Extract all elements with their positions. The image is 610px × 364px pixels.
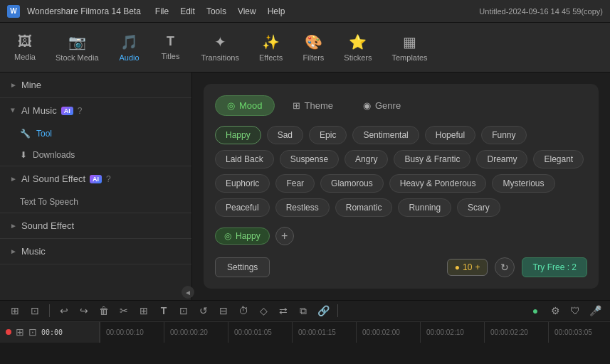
toolbar-audio[interactable]: 🎵 Audio bbox=[110, 29, 149, 66]
sidebar-item-downloads[interactable]: ⬇ Downloads bbox=[0, 144, 191, 166]
mood-tag-dreamy[interactable]: Dreamy bbox=[476, 150, 527, 168]
app-logo: W bbox=[7, 5, 20, 18]
menu-view[interactable]: View bbox=[238, 6, 256, 16]
toolbar-stickers[interactable]: ⭐ Stickers bbox=[335, 29, 380, 66]
sidebar-item-text-to-speech[interactable]: Text To Speech bbox=[0, 191, 191, 213]
bt-redo-icon[interactable]: ↪ bbox=[76, 303, 92, 318]
bt-mic-icon[interactable]: 🎤 bbox=[587, 303, 603, 318]
chevron-sound-effect-icon: ► bbox=[10, 222, 17, 230]
sidebar-item-tool[interactable]: 🔧 Tool bbox=[0, 123, 191, 144]
mood-tag-running[interactable]: Running bbox=[398, 198, 451, 217]
timeline-mark: 00:00:02:00 bbox=[356, 322, 420, 343]
bt-divider-1 bbox=[49, 304, 50, 317]
mood-tag-restless[interactable]: Restless bbox=[275, 198, 330, 217]
bt-delete-icon[interactable]: 🗑 bbox=[96, 303, 112, 318]
selected-tag-label: Happy bbox=[236, 231, 261, 241]
mood-tag-scary[interactable]: Scary bbox=[457, 198, 500, 217]
mood-tag-sentimental[interactable]: Sentimental bbox=[352, 126, 419, 144]
tab-mood[interactable]: ◎ Mood bbox=[215, 95, 275, 116]
sidebar-header-music[interactable]: ► Music bbox=[0, 239, 191, 264]
selected-tag-happy[interactable]: ◎ Happy bbox=[215, 228, 270, 245]
menu-file[interactable]: File bbox=[155, 6, 169, 16]
bt-copy-icon[interactable]: ⧉ bbox=[295, 303, 311, 318]
sidebar-header-ai-sound-effect[interactable]: ► AI Sound Effect AI ? bbox=[0, 166, 191, 191]
help-icon[interactable]: ? bbox=[78, 106, 83, 116]
bt-crop-icon[interactable]: ⊞ bbox=[136, 303, 152, 318]
toolbar-transitions[interactable]: ✦ Transitions bbox=[193, 29, 248, 66]
mood-tag-happy[interactable]: Happy bbox=[215, 126, 261, 144]
bt-shield-icon[interactable]: 🛡 bbox=[567, 303, 583, 318]
downloads-icon: ⬇ bbox=[20, 150, 27, 160]
toolbar-stock-media[interactable]: 📷 Stock Media bbox=[47, 29, 107, 66]
mood-tag-peaceful[interactable]: Peaceful bbox=[215, 198, 270, 217]
timeline-mark: 00:00:02:10 bbox=[420, 322, 484, 343]
menu-help[interactable]: Help bbox=[268, 6, 285, 16]
bt-trim-icon[interactable]: ⊟ bbox=[216, 303, 231, 318]
tab-theme[interactable]: ⊞ Theme bbox=[280, 95, 345, 116]
mood-tag-mysterious[interactable]: Mysterious bbox=[492, 174, 554, 193]
mood-tag-suspense[interactable]: Suspense bbox=[280, 150, 339, 168]
bt-diamond-icon[interactable]: ◇ bbox=[256, 303, 271, 318]
mood-tag-angry[interactable]: Angry bbox=[345, 150, 388, 168]
bt-mask-icon[interactable]: ⊡ bbox=[176, 303, 191, 318]
sidebar-section-ai-sound-effect: ► AI Sound Effect AI ? Text To Speech bbox=[0, 166, 191, 213]
bt-record-icon[interactable]: ● bbox=[527, 303, 543, 318]
mood-tag-fear[interactable]: Fear bbox=[275, 174, 315, 193]
window-title: Untitled-2024-09-16 14 45 59(copy) bbox=[479, 7, 603, 16]
mood-tag-glamorous[interactable]: Glamorous bbox=[320, 174, 384, 193]
bt-cut-icon[interactable]: ✂ bbox=[116, 303, 132, 318]
toolbar-templates[interactable]: ▦ Templates bbox=[383, 29, 436, 66]
mood-tag-laid_back[interactable]: Laid Back bbox=[215, 150, 274, 168]
duration-value: 10 bbox=[463, 262, 472, 272]
bt-settings-icon[interactable]: ⚙ bbox=[547, 303, 563, 318]
bt-undo-icon[interactable]: ↩ bbox=[56, 303, 72, 318]
menu-edit[interactable]: Edit bbox=[180, 6, 195, 16]
timeline: ⊞ ⊡ 00:00 00:00:00:1000:00:00:2000:00:01… bbox=[0, 321, 610, 343]
mood-tag-epic[interactable]: Epic bbox=[309, 126, 347, 144]
settings-button[interactable]: Settings bbox=[215, 257, 270, 277]
bt-text-icon[interactable]: T bbox=[156, 303, 172, 318]
toolbar-titles[interactable]: T Titles bbox=[152, 30, 190, 65]
mood-tag-funny[interactable]: Funny bbox=[481, 126, 526, 144]
mood-tag-euphoric[interactable]: Euphoric bbox=[215, 174, 270, 193]
sidebar-collapse-button[interactable]: ◄ bbox=[182, 286, 192, 299]
duration-plus[interactable]: + bbox=[475, 262, 480, 272]
main-area: ► Mine ► AI Music AI ? 🔧 Tool ⬇ Download… bbox=[0, 73, 610, 300]
timeline-ruler: 00:00:00:1000:00:00:2000:00:01:0500:00:0… bbox=[100, 322, 610, 343]
bt-swap-icon[interactable]: ⇄ bbox=[275, 303, 291, 318]
menu-tools[interactable]: Tools bbox=[206, 6, 226, 16]
toolbar-effects[interactable]: ✨ Effects bbox=[251, 29, 291, 66]
theme-tab-icon: ⊞ bbox=[293, 100, 300, 111]
bt-layout-icon[interactable]: ⊞ bbox=[7, 303, 23, 318]
sidebar-text-to-speech-label: Text To Speech bbox=[20, 197, 78, 207]
bt-rotate-icon[interactable]: ↺ bbox=[196, 303, 211, 318]
sidebar-header-ai-music[interactable]: ► AI Music AI ? bbox=[0, 98, 191, 123]
add-tag-button[interactable]: + bbox=[275, 227, 294, 245]
mood-tag-romantic[interactable]: Romantic bbox=[335, 198, 393, 217]
genre-tab-icon: ◉ bbox=[363, 100, 371, 111]
try-free-button[interactable]: Try Free : 2 bbox=[522, 257, 587, 277]
mood-tag-heavy_ponderous[interactable]: Heavy & Ponderous bbox=[389, 174, 487, 193]
mood-tag-hopeful[interactable]: Hopeful bbox=[425, 126, 475, 144]
bt-clip-icon[interactable]: ⊡ bbox=[27, 303, 43, 318]
time-display: 00:00 bbox=[41, 328, 63, 336]
timeline-mark: 00:00:01:15 bbox=[292, 322, 356, 343]
effects-icon: ✨ bbox=[262, 33, 280, 50]
audio-icon: 🎵 bbox=[120, 33, 138, 50]
sidebar-header-sound-effect[interactable]: ► Sound Effect bbox=[0, 213, 191, 238]
bt-timer-icon[interactable]: ⏱ bbox=[236, 303, 251, 318]
mood-tag-sad[interactable]: Sad bbox=[267, 126, 303, 144]
toolbar-media[interactable]: 🖼 Media bbox=[6, 29, 44, 65]
mood-tag-elegant[interactable]: Elegant bbox=[533, 150, 584, 168]
stock-media-icon: 📷 bbox=[68, 33, 86, 50]
mood-tag-busy_frantic[interactable]: Busy & Frantic bbox=[394, 150, 470, 168]
toolbar-effects-label: Effects bbox=[259, 53, 283, 62]
toolbar-filters[interactable]: 🎨 Filters bbox=[294, 29, 332, 66]
tab-genre[interactable]: ◉ Genre bbox=[351, 95, 413, 116]
bt-link-icon[interactable]: 🔗 bbox=[315, 303, 331, 318]
refresh-button[interactable]: ↻ bbox=[495, 257, 515, 277]
sidebar-header-mine[interactable]: ► Mine bbox=[0, 73, 191, 97]
media-icon: 🖼 bbox=[18, 33, 32, 50]
sound-help-icon[interactable]: ? bbox=[106, 174, 111, 184]
filters-icon: 🎨 bbox=[305, 33, 322, 50]
